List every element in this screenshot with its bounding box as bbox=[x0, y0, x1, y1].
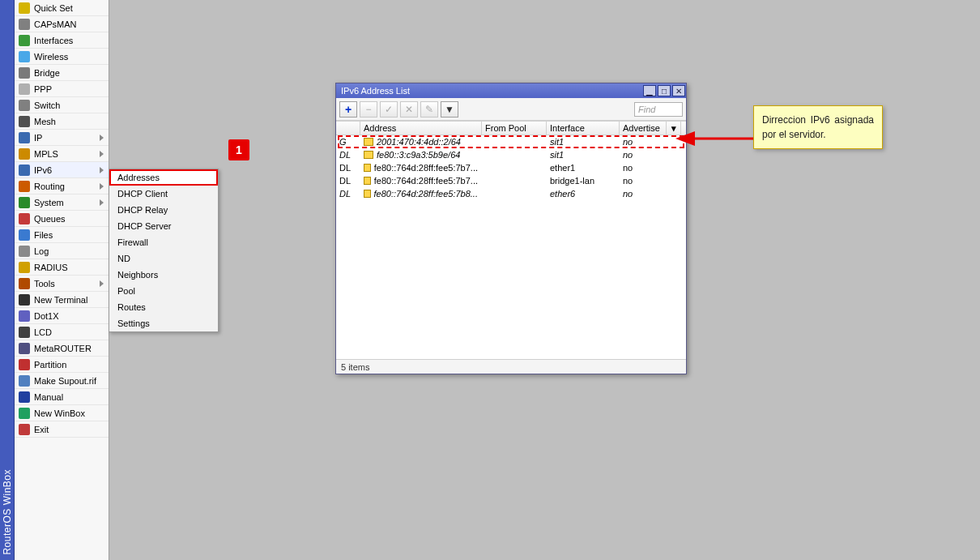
table-row[interactable]: DLfe80::764d:28ff:fee5:7b8...ether6no bbox=[336, 187, 686, 200]
sidebar-item-log[interactable]: Log bbox=[15, 243, 109, 259]
sidebar-item-wireless[interactable]: Wireless bbox=[15, 49, 109, 65]
sidebar-item-label: LCD bbox=[34, 327, 105, 337]
cell-interface: sit1 bbox=[547, 150, 620, 160]
sidebar-item-quick-set[interactable]: Quick Set bbox=[15, 0, 109, 16]
disable-button[interactable]: ✕ bbox=[400, 101, 418, 118]
cell-advertise: no bbox=[620, 137, 667, 147]
menu-icon bbox=[18, 342, 31, 355]
sidebar-item-dot1x[interactable]: Dot1X bbox=[15, 308, 109, 324]
cell-flag: DL bbox=[336, 163, 360, 173]
menu-icon bbox=[18, 374, 31, 387]
col-advertise[interactable]: Advertise bbox=[620, 122, 667, 135]
address-text: fe80::764d:28ff:fee5:7b8... bbox=[374, 189, 478, 199]
sidebar-item-label: New WinBox bbox=[34, 408, 105, 418]
submenu-item-nd[interactable]: ND bbox=[109, 250, 218, 267]
window-titlebar: IPv6 Address List ▁ □ ✕ bbox=[336, 83, 686, 98]
sidebar-item-ip[interactable]: IP bbox=[15, 130, 109, 146]
col-address[interactable]: Address bbox=[360, 122, 482, 135]
cell-flag: G bbox=[336, 137, 360, 147]
submenu-item-addresses[interactable]: Addresses bbox=[109, 169, 218, 186]
annotation-arrow bbox=[686, 133, 759, 144]
col-menu-button[interactable]: ▾ bbox=[667, 122, 681, 135]
menu-icon bbox=[18, 34, 31, 47]
enable-button[interactable]: ✓ bbox=[380, 101, 398, 118]
sidebar-item-partition[interactable]: Partition bbox=[15, 357, 109, 373]
submenu-item-pool[interactable]: Pool bbox=[109, 283, 218, 299]
comment-button[interactable]: ✎ bbox=[420, 101, 438, 118]
menu-icon bbox=[18, 18, 31, 31]
find-input[interactable]: Find bbox=[634, 102, 683, 117]
sidebar-item-new-winbox[interactable]: New WinBox bbox=[15, 405, 109, 421]
submenu-item-dhcp-client[interactable]: DHCP Client bbox=[109, 186, 218, 202]
sidebar-item-routing[interactable]: Routing bbox=[15, 178, 109, 195]
sidebar-item-label: Quick Set bbox=[34, 3, 105, 13]
sidebar-item-label: PPP bbox=[34, 84, 105, 94]
col-from-pool[interactable]: From Pool bbox=[482, 122, 547, 135]
app-left-strip: RouterOS WinBox bbox=[0, 0, 15, 560]
sidebar-item-manual[interactable]: Manual bbox=[15, 389, 109, 405]
sidebar-item-label: Bridge bbox=[34, 68, 105, 78]
grid-header: Address From Pool Interface Advertise ▾ bbox=[336, 121, 686, 135]
sidebar-item-label: Dot1X bbox=[34, 311, 105, 321]
sidebar-item-files[interactable]: Files bbox=[15, 227, 109, 243]
add-button[interactable]: + bbox=[339, 101, 357, 118]
table-row[interactable]: DLfe80::764d:28ff:fee5:7b7...bridge1-lan… bbox=[336, 174, 686, 187]
cell-flag: DL bbox=[336, 150, 360, 160]
window-maximize-button[interactable]: □ bbox=[658, 85, 671, 96]
sidebar-item-label: Manual bbox=[34, 392, 105, 402]
sidebar-item-bridge[interactable]: Bridge bbox=[15, 65, 109, 81]
cell-advertise: no bbox=[620, 176, 667, 186]
sidebar-item-label: Queues bbox=[34, 214, 105, 224]
menu-icon bbox=[18, 131, 31, 144]
col-flag[interactable] bbox=[336, 122, 360, 135]
sidebar-item-make-supout-rif[interactable]: Make Supout.rif bbox=[15, 373, 109, 389]
cell-interface: bridge1-lan bbox=[547, 176, 620, 186]
window-minimize-button[interactable]: ▁ bbox=[643, 85, 656, 96]
menu-icon bbox=[18, 358, 31, 371]
sidebar-item-capsman[interactable]: CAPsMAN bbox=[15, 16, 109, 32]
menu-icon bbox=[18, 229, 31, 242]
sidebar-item-metarouter[interactable]: MetaROUTER bbox=[15, 340, 109, 357]
sidebar-item-label: CAPsMAN bbox=[34, 19, 105, 29]
submenu-item-dhcp-server[interactable]: DHCP Server bbox=[109, 218, 218, 234]
sidebar-item-system[interactable]: System bbox=[15, 195, 109, 211]
grid-body[interactable]: G2001:470:4:4dd::2/64sit1noDLfe80::3:c9a… bbox=[336, 135, 686, 359]
sidebar-item-label: Tools bbox=[34, 279, 100, 289]
table-row[interactable]: G2001:470:4:4dd::2/64sit1no bbox=[336, 135, 686, 148]
window-close-button[interactable]: ✕ bbox=[672, 85, 685, 96]
submenu-item-neighbors[interactable]: Neighbors bbox=[109, 267, 218, 283]
ip-icon bbox=[364, 164, 371, 172]
sidebar-item-exit[interactable]: Exit bbox=[15, 421, 109, 438]
submenu-item-dhcp-relay[interactable]: DHCP Relay bbox=[109, 202, 218, 218]
filter-button[interactable]: ▼ bbox=[441, 101, 458, 118]
chevron-right-icon bbox=[100, 167, 104, 173]
menu-icon bbox=[18, 196, 31, 209]
sidebar-item-label: Interfaces bbox=[34, 36, 105, 45]
ip-icon bbox=[364, 138, 373, 146]
sidebar-item-interfaces[interactable]: Interfaces bbox=[15, 32, 109, 49]
submenu-item-firewall[interactable]: Firewall bbox=[109, 234, 218, 250]
col-interface[interactable]: Interface bbox=[547, 122, 620, 135]
sidebar-item-tools[interactable]: Tools bbox=[15, 276, 109, 292]
menu-icon bbox=[18, 147, 31, 160]
sidebar-item-mesh[interactable]: Mesh bbox=[15, 113, 109, 130]
menu-icon bbox=[18, 99, 31, 112]
sidebar-item-lcd[interactable]: LCD bbox=[15, 324, 109, 340]
callout-1: 1 bbox=[228, 139, 249, 160]
submenu-item-settings[interactable]: Settings bbox=[109, 315, 218, 331]
ip-icon bbox=[364, 177, 371, 185]
ipv6-address-list-window: IPv6 Address List ▁ □ ✕ + − ✓ ✕ ✎ ▼ Find… bbox=[335, 83, 687, 374]
cell-address: fe80::764d:28ff:fee5:7b7... bbox=[360, 176, 482, 186]
remove-button[interactable]: − bbox=[360, 101, 377, 118]
sidebar-item-new-terminal[interactable]: New Terminal bbox=[15, 292, 109, 308]
submenu-item-routes[interactable]: Routes bbox=[109, 299, 218, 315]
sidebar-item-queues[interactable]: Queues bbox=[15, 211, 109, 227]
sidebar-item-switch[interactable]: Switch bbox=[15, 97, 109, 113]
table-row[interactable]: DLfe80::764d:28ff:fee5:7b7...ether1no bbox=[336, 161, 686, 174]
sidebar-item-ipv6[interactable]: IPv6 bbox=[15, 162, 109, 178]
cell-address: fe80::764d:28ff:fee5:7b7... bbox=[360, 163, 482, 173]
sidebar-item-mpls[interactable]: MPLS bbox=[15, 146, 109, 162]
table-row[interactable]: DLfe80::3:c9a3:5b9e/64sit1no bbox=[336, 148, 686, 161]
sidebar-item-radius[interactable]: RADIUS bbox=[15, 259, 109, 276]
sidebar-item-ppp[interactable]: PPP bbox=[15, 81, 109, 97]
